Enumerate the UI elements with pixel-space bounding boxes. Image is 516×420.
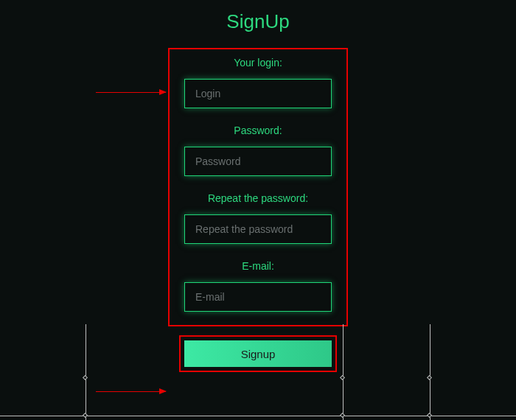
signup-button[interactable]: Signup (184, 340, 332, 367)
login-label: Your login: (234, 57, 282, 69)
signup-form-highlight: Your login: Password: Repeat the passwor… (168, 48, 348, 326)
annotation-arrow-icon (96, 391, 166, 392)
guide-line (86, 324, 86, 420)
email-input[interactable] (184, 282, 332, 312)
page-title: SignUp (226, 10, 289, 33)
password-input[interactable] (184, 147, 332, 176)
repeat-password-input[interactable] (184, 214, 332, 244)
login-input[interactable] (184, 79, 332, 108)
guide-tick-icon (427, 413, 432, 418)
guide-tick-icon (83, 413, 88, 418)
guide-tick-icon (83, 375, 88, 380)
guide-tick-icon (427, 375, 432, 380)
password-label: Password: (234, 125, 282, 136)
email-label: E-mail: (242, 260, 274, 272)
guide-line (430, 324, 430, 420)
signup-button-highlight: Signup (179, 335, 337, 372)
annotation-arrow-icon (96, 92, 166, 93)
guide-tick-icon (340, 413, 345, 418)
repeat-password-label: Repeat the password: (208, 192, 308, 204)
guide-line (343, 324, 344, 420)
guide-line (0, 416, 516, 416)
guide-tick-icon (340, 375, 345, 380)
